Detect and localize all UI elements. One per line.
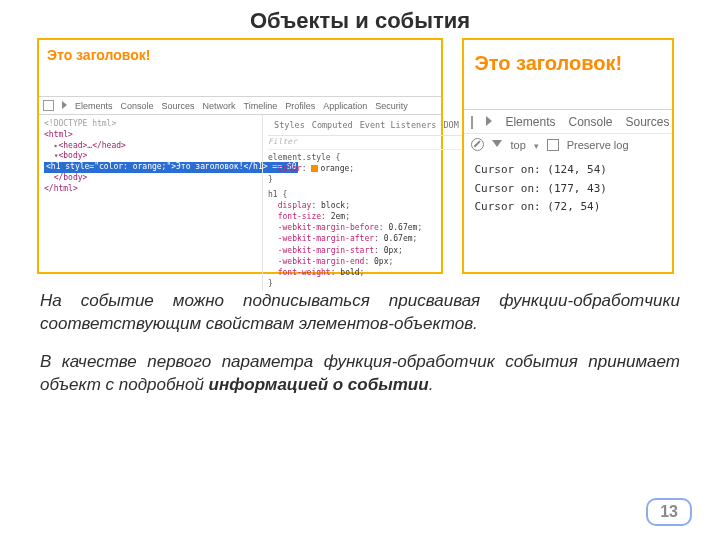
val-fw: bold bbox=[340, 268, 359, 277]
val-display: block bbox=[321, 201, 345, 210]
val-mb-before: 0.67em bbox=[388, 223, 417, 232]
styles-pane: Styles Computed Event Listeners DOM B Fi… bbox=[262, 115, 480, 291]
tab-console[interactable]: Console bbox=[568, 115, 612, 129]
val-color: orange bbox=[320, 164, 349, 173]
devtools-tabs-right[interactable]: Elements Console Sources bbox=[464, 109, 672, 133]
tab-elements[interactable]: Elements bbox=[75, 101, 113, 111]
tab-profiles[interactable]: Profiles bbox=[285, 101, 315, 111]
tab-elements[interactable]: Elements bbox=[505, 115, 555, 129]
page-number: 13 bbox=[646, 498, 692, 526]
devtools-left-panel: Elements Console Sources Network Timelin… bbox=[39, 96, 441, 291]
devtools-right: Это заголовок! Elements Console Sources … bbox=[462, 38, 674, 274]
tab-timeline[interactable]: Timeline bbox=[244, 101, 278, 111]
filter-icon[interactable] bbox=[492, 140, 502, 150]
context-selector[interactable]: top bbox=[510, 139, 525, 151]
devtools-tabs-left[interactable]: Elements Console Sources Network Timelin… bbox=[39, 97, 441, 115]
inspect-icon[interactable] bbox=[471, 116, 473, 129]
paragraph-2b-bold: информацией о событии bbox=[209, 375, 429, 394]
dom-tree[interactable]: <!DOCTYPE html> <html> ▸<head>…</head> ▾… bbox=[39, 115, 262, 291]
dom-body-close: </body> bbox=[54, 173, 88, 182]
tab-sources[interactable]: Sources bbox=[626, 115, 670, 129]
paragraph-2c: . bbox=[429, 375, 434, 394]
tab-sources[interactable]: Sources bbox=[162, 101, 195, 111]
devtools-left: Это заголовок! Elements Console Sources … bbox=[37, 38, 443, 274]
rule-h1: h1 { bbox=[268, 189, 475, 200]
rule-element-style: element.style { bbox=[268, 152, 475, 163]
subtab-event-listeners[interactable]: Event Listeners bbox=[360, 120, 437, 132]
prop-color: color bbox=[278, 164, 302, 173]
rendered-h1-left: Это заголовок! bbox=[47, 47, 150, 63]
tab-network[interactable]: Network bbox=[203, 101, 236, 111]
chevron-down-icon[interactable] bbox=[534, 139, 539, 151]
device-toggle-icon[interactable] bbox=[486, 115, 492, 129]
tab-console[interactable]: Console bbox=[121, 101, 154, 111]
val-font-size: 2em bbox=[331, 212, 345, 221]
styles-filter[interactable]: Filter bbox=[268, 136, 475, 150]
dom-head: <head>…</head> bbox=[58, 141, 125, 150]
slide-title: Объекты и события bbox=[0, 0, 720, 38]
color-swatch-icon bbox=[311, 165, 318, 172]
preserve-log-label: Preserve log bbox=[567, 139, 629, 151]
dom-selected-h1[interactable]: <h1 style="color: orange;">Это заголовок… bbox=[44, 162, 298, 173]
inspect-icon[interactable] bbox=[43, 100, 54, 111]
paragraph-2: В качестве первого параметра функция-обр… bbox=[0, 335, 720, 396]
subtab-styles[interactable]: Styles bbox=[274, 120, 305, 132]
device-toggle-icon[interactable] bbox=[62, 101, 67, 111]
console-line: Cursor on: (124, 54) bbox=[474, 161, 662, 180]
console-line: Cursor on: (72, 54) bbox=[474, 198, 662, 217]
panels: Это заголовок! Elements Console Sources … bbox=[0, 38, 720, 274]
console-output: Cursor on: (124, 54) Cursor on: (177, 43… bbox=[464, 155, 672, 223]
rendered-page-left: Это заголовок! bbox=[39, 40, 441, 64]
clear-console-icon[interactable] bbox=[471, 138, 484, 151]
val-mb-end: 0px bbox=[374, 257, 388, 266]
console-toolbar[interactable]: top Preserve log bbox=[464, 133, 672, 155]
dom-html-open: <html> bbox=[44, 130, 73, 139]
styles-subtabs[interactable]: Styles Computed Event Listeners DOM B bbox=[268, 117, 475, 136]
rendered-h1-right: Это заголовок! bbox=[464, 40, 672, 109]
subtab-computed[interactable]: Computed bbox=[312, 120, 353, 132]
dom-html-close: </html> bbox=[44, 184, 78, 193]
val-mb-after: 0.67em bbox=[384, 234, 413, 243]
console-line: Cursor on: (177, 43) bbox=[474, 180, 662, 199]
tab-security[interactable]: Security bbox=[375, 101, 408, 111]
tab-application[interactable]: Application bbox=[323, 101, 367, 111]
dom-doctype: <!DOCTYPE html> bbox=[44, 119, 257, 130]
dom-body-open: <body> bbox=[58, 151, 87, 160]
val-mb-start: 0px bbox=[384, 246, 398, 255]
preserve-log-checkbox[interactable] bbox=[547, 139, 559, 151]
